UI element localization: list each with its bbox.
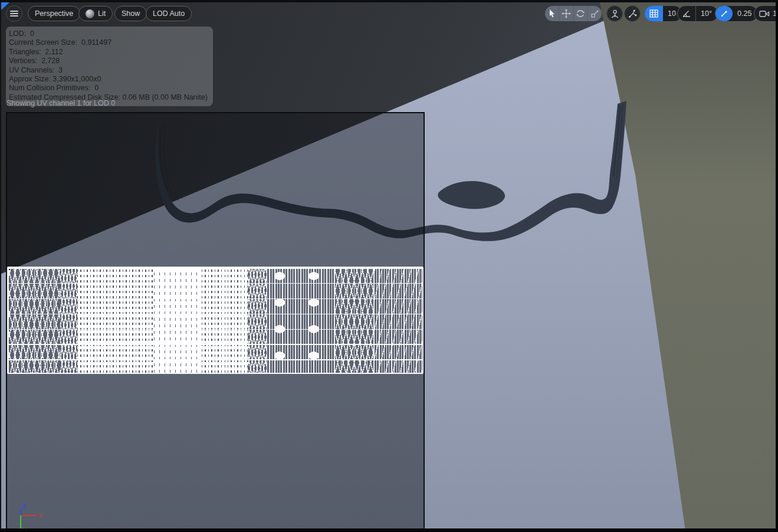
axis-y-label: Y [22,527,27,532]
stat-uv-channels: UV Channels: 3 [9,66,207,75]
uv-wire-segment [334,268,375,373]
uv-wire-segment [60,268,78,373]
scale-tool-button[interactable] [588,6,602,21]
uv-wire-segment [154,268,202,373]
uv-wire-segment [267,268,334,373]
uv-wire-segment [202,268,248,373]
uv-wire-segment [8,268,60,373]
select-tool-button[interactable] [545,6,559,21]
surface-snapping-button[interactable] [624,5,641,22]
stat-triangles: Triangles: 2,112 [9,48,207,57]
viewport-toolbar: Perspective Lit Show LOD Auto [1,2,776,25]
uv-wire-segment [374,268,422,373]
lit-label: Lit [98,9,106,18]
camera-speed-value[interactable]: 1 [770,6,778,21]
static-mesh-editor-viewport-window: X Y Z Showing UV channel 1 for LOD 0 LOD… [0,0,778,532]
scale-snap-control[interactable]: 0.25 [715,5,758,22]
rotate-tool-button[interactable] [574,6,588,21]
rotation-snap-control[interactable]: 10° [677,5,718,22]
stat-lod: LOD: 0 [9,29,207,38]
perspective-dropdown[interactable]: Perspective [28,6,80,21]
viewport-options-menu-button[interactable] [6,5,22,22]
coordinate-space-button[interactable] [606,5,623,22]
uv-wire-segment [248,268,267,373]
axis-orientation-gizmo: X Y Z [17,501,50,532]
select-cursor-icon [547,9,556,18]
scale-icon [590,9,599,18]
grid-snap-toggle[interactable] [645,6,663,21]
axis-z-label: Z [22,503,27,510]
camera-icon [759,10,770,18]
lod-dropdown[interactable]: LOD Auto [146,6,192,21]
move-icon [562,9,571,18]
mesh-stats-panel: LOD: 0 Current Screen Size: 0.911497 Tri… [6,27,213,106]
show-dropdown[interactable]: Show [114,6,147,21]
rotation-snap-toggle[interactable] [678,6,696,21]
lod-label: LOD Auto [153,9,185,18]
world-space-gizmo-icon [610,9,620,19]
rotate-icon [576,9,585,18]
stat-collision-primitives: Num Collision Primitives: 0 [9,84,207,93]
stat-vertices: Vertices: 2,728 [9,57,207,65]
move-tool-button[interactable] [559,6,573,21]
angle-icon [682,9,691,18]
stat-screen-size: Current Screen Size: 0.911497 [9,38,207,47]
lit-sphere-icon [86,9,94,18]
surface-snap-icon [628,9,638,19]
stat-approx-size: Approx Size: 3,390x1,000x0 [9,75,207,84]
stat-disk-size: Estimated Compressed Disk Size: 0.06 MB … [9,93,207,102]
hamburger-menu-icon [10,11,18,17]
axis-x-label: X [38,512,43,519]
scale-snap-toggle[interactable] [715,6,733,21]
view-mode-dropdown[interactable]: Lit [78,6,113,21]
uv-wire-segment [77,268,153,373]
perspective-label: Perspective [35,9,73,18]
scale-arrow-icon [720,9,728,18]
grid-icon [649,9,658,18]
show-label: Show [122,9,140,18]
uv-channel-wireframe [7,267,424,374]
transform-tools-group [545,6,602,21]
camera-speed-control[interactable]: 1 [754,5,778,22]
